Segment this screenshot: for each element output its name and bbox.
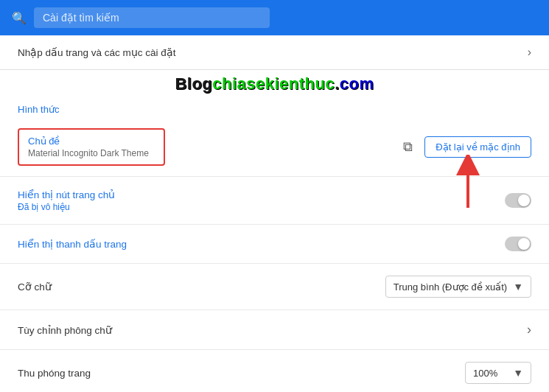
watermark-text: Blogchiasekienthuc.com (175, 74, 374, 93)
font-size-row: Cỡ chữ Trung bình (Được đề xuất) ▼ (0, 264, 549, 310)
zoom-row: Thu phóng trang 100% ▼ (0, 350, 549, 392)
external-link-icon[interactable]: ⧉ (403, 139, 413, 155)
font-customize-chevron-icon: › (527, 322, 531, 337)
theme-title: Chủ đề (28, 136, 155, 147)
watermark: Blogchiasekienthuc.com (0, 70, 549, 95)
zoom-label: Thu phóng trang (18, 368, 91, 379)
search-icon: 🔍 (12, 11, 27, 25)
bookmarks-label-wrap: Hiển thị thanh dấu trang (18, 238, 127, 250)
font-size-label-wrap: Cỡ chữ (18, 281, 52, 293)
zoom-chevron-down-icon: ▼ (513, 367, 523, 379)
zoom-label-wrap: Thu phóng trang (18, 368, 91, 379)
font-customize-label: Tùy chỉnh phông chữ (18, 324, 112, 336)
font-size-dropdown[interactable]: Trung bình (Được đề xuất) ▼ (385, 276, 531, 298)
reset-button[interactable]: Đặt lại về mặc định (424, 136, 531, 158)
import-row-label: Nhập dấu trang và các mục cài đặt (18, 46, 176, 58)
bookmarks-label: Hiển thị thanh dấu trang (18, 238, 127, 250)
bookmarks-toggle[interactable] (505, 237, 531, 251)
bookmarks-row: Hiển thị thanh dấu trang (0, 225, 549, 264)
theme-info-box[interactable]: Chủ đề Material Incognito Dark Theme (18, 128, 165, 166)
font-size-label: Cỡ chữ (18, 281, 52, 293)
home-button-label-wrap: Hiển thị nút trang chủ Đã bị vô hiệu (18, 189, 115, 212)
home-button-sub: Đã bị vô hiệu (18, 202, 115, 212)
theme-row: Chủ đề Material Incognito Dark Theme ⧉ Đ… (0, 118, 549, 177)
home-button-toggle[interactable] (505, 193, 531, 208)
chevron-down-icon: ▼ (513, 281, 523, 293)
search-input[interactable] (34, 7, 270, 28)
section-title: Hình thức (0, 95, 549, 118)
zoom-dropdown[interactable]: 100% ▼ (465, 362, 531, 384)
home-button-row: Hiển thị nút trang chủ Đã bị vô hiệu (0, 177, 549, 225)
font-customize-row[interactable]: Tùy chỉnh phông chữ › (0, 310, 549, 350)
chevron-right-icon: › (528, 46, 531, 59)
font-customize-label-wrap: Tùy chỉnh phông chữ (18, 324, 112, 336)
search-bar: 🔍 (0, 0, 549, 35)
font-size-value: Trung bình (Được đề xuất) (394, 281, 507, 293)
import-row[interactable]: Nhập dấu trang và các mục cài đặt › (0, 35, 549, 70)
home-button-label: Hiển thị nút trang chủ (18, 189, 115, 200)
zoom-value: 100% (473, 368, 497, 379)
theme-subtitle: Material Incognito Dark Theme (28, 148, 155, 158)
theme-actions: ⧉ Đặt lại về mặc định (403, 136, 531, 158)
